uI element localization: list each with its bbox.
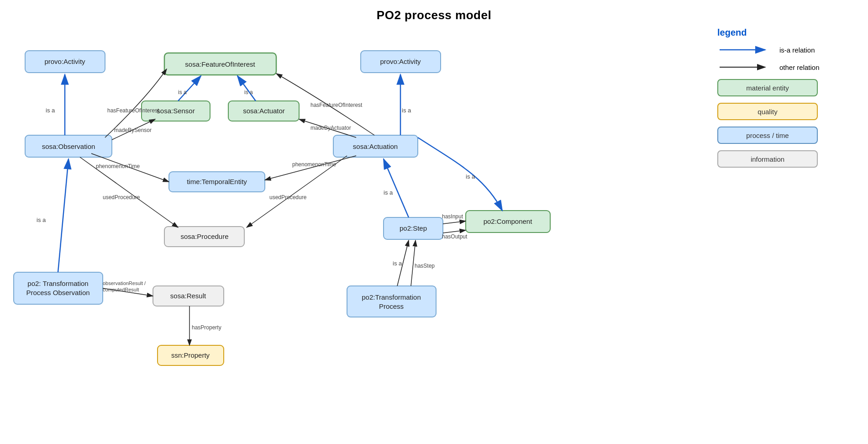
svg-text:hasProperty: hasProperty: [192, 324, 221, 331]
svg-text:is a: is a: [466, 173, 475, 180]
svg-text:provo:Activity: provo:Activity: [380, 58, 421, 65]
legend-row-other: other relation: [717, 62, 854, 73]
svg-text:is a: is a: [37, 217, 46, 223]
svg-text:hasFeatureOfInterest: hasFeatureOfInterest: [310, 102, 363, 108]
svg-text:observationResult /: observationResult /: [103, 280, 146, 286]
isa-line: [717, 44, 772, 55]
svg-text:sosa:Actuator: sosa:Actuator: [243, 107, 285, 115]
svg-text:Process Observation: Process Observation: [26, 289, 89, 296]
svg-line-57: [384, 159, 409, 217]
svg-line-42: [237, 76, 256, 101]
svg-text:po2:Component: po2:Component: [484, 217, 533, 225]
legend-quality: quality: [717, 103, 818, 120]
svg-text:hasFeatureOfInterest: hasFeatureOfInterest: [107, 107, 159, 114]
svg-text:usedProcedure: usedProcedure: [269, 194, 307, 201]
main-container: PO2 process model provo:Activity provo:A…: [0, 0, 868, 444]
svg-text:sosa:Observation: sosa:Observation: [42, 143, 95, 150]
svg-rect-25: [14, 272, 103, 304]
svg-text:usedProcedure: usedProcedure: [103, 194, 140, 201]
svg-line-40: [178, 76, 201, 101]
svg-text:hasOutput: hasOutput: [442, 233, 468, 240]
legend-material-entity: material entity: [717, 79, 818, 96]
isa-label: is-a relation: [779, 46, 815, 54]
svg-text:is a: is a: [402, 107, 411, 114]
legend-title: legend: [717, 27, 854, 38]
svg-text:Process: Process: [379, 302, 404, 310]
svg-text:madeBySensor: madeBySensor: [114, 127, 152, 133]
svg-text:is a: is a: [393, 260, 402, 267]
svg-text:sosa:Procedure: sosa:Procedure: [180, 233, 228, 240]
legend: legend is-a relation: [717, 27, 854, 174]
svg-text:madeByActuator: madeByActuator: [310, 125, 351, 131]
svg-text:is a: is a: [384, 189, 393, 196]
svg-text:sosa:FeatureOfInterest: sosa:FeatureOfInterest: [185, 60, 255, 68]
svg-text:phenomenonTime: phenomenonTime: [292, 161, 337, 168]
svg-text:sosa:Sensor: sosa:Sensor: [157, 107, 195, 115]
svg-line-51: [58, 159, 68, 272]
svg-text:provo:Activity: provo:Activity: [44, 58, 85, 65]
svg-rect-32: [347, 286, 436, 317]
svg-text:po2:Step: po2:Step: [400, 224, 427, 232]
legend-row-isa: is-a relation: [717, 44, 854, 55]
svg-text:is a: is a: [178, 89, 187, 95]
svg-text:sosa:Result: sosa:Result: [170, 292, 206, 300]
legend-information: information: [717, 150, 818, 168]
svg-text:time:TemporalEntity: time:TemporalEntity: [187, 178, 247, 185]
legend-process-time: process / time: [717, 127, 818, 144]
svg-text:hasInput: hasInput: [442, 213, 463, 220]
svg-text:phenomenonTime: phenomenonTime: [96, 163, 140, 169]
svg-text:po2: Transformation: po2: Transformation: [27, 280, 88, 287]
other-label: other relation: [779, 63, 820, 71]
svg-text:is a: is a: [46, 107, 55, 114]
svg-text:is a: is a: [244, 89, 253, 95]
svg-text:computedResult: computedResult: [103, 287, 139, 292]
svg-text:sosa:Actuation: sosa:Actuation: [353, 143, 398, 150]
svg-text:hasStep: hasStep: [415, 263, 435, 269]
svg-text:ssn:Property: ssn:Property: [171, 351, 210, 359]
svg-text:po2:Transformation: po2:Transformation: [362, 293, 421, 301]
other-line: [717, 62, 772, 73]
